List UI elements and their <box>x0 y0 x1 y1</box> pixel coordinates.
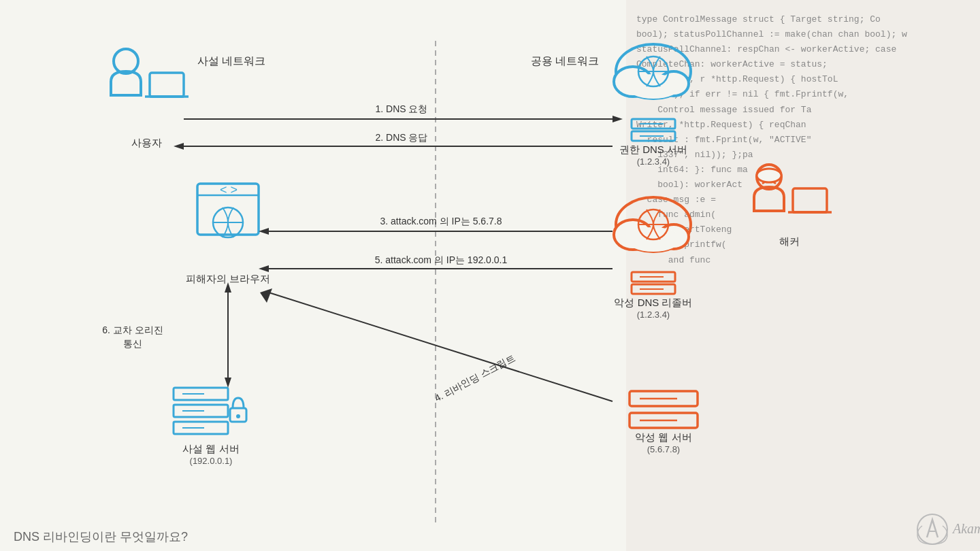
svg-text:5. attack.com 의 IP는 192.0.0.1: 5. attack.com 의 IP는 192.0.0.1 <box>375 254 508 265</box>
svg-text:권한 DNS 서버: 권한 DNS 서버 <box>619 144 687 155</box>
svg-text:악성 DNS 리졸버: 악성 DNS 리졸버 <box>614 297 692 308</box>
svg-text:1. DNS 요청: 1. DNS 요청 <box>375 103 427 114</box>
svg-marker-77 <box>225 378 231 388</box>
svg-marker-67 <box>259 228 269 235</box>
svg-text:(192.0.0.1): (192.0.0.1) <box>190 456 233 466</box>
svg-text:DNS 리바인딩이란 무엇일까요?: DNS 리바인딩이란 무엇일까요? <box>14 530 188 544</box>
svg-text:3. attack.com 의 IP는 5.6.7.8: 3. attack.com 의 IP는 5.6.7.8 <box>380 216 502 227</box>
svg-point-39 <box>757 169 781 182</box>
svg-text:해커: 해커 <box>779 235 800 247</box>
svg-rect-4 <box>150 73 184 97</box>
svg-text:사설 웹 서버: 사설 웹 서버 <box>182 443 239 454</box>
svg-text:2. DNS 응답: 2. DNS 응답 <box>375 132 427 143</box>
svg-point-3 <box>114 49 138 73</box>
svg-text:사설 네트워크: 사설 네트워크 <box>197 55 265 67</box>
svg-text:6. 교차 오리진: 6. 교차 오리진 <box>102 324 163 335</box>
svg-marker-70 <box>259 265 269 272</box>
svg-text:통신: 통신 <box>123 338 142 349</box>
svg-rect-40 <box>793 188 827 212</box>
svg-line-72 <box>269 293 612 401</box>
svg-text:(5.6.7.8): (5.6.7.8) <box>647 444 680 454</box>
svg-text:공용 네트워크: 공용 네트워크 <box>531 55 599 67</box>
svg-text:(1.2.3.4): (1.2.3.4) <box>637 156 670 167</box>
svg-text:사용자: 사용자 <box>131 137 162 148</box>
svg-marker-64 <box>174 143 184 150</box>
svg-text:Akamai: Akamai <box>951 521 980 536</box>
svg-text:4. 리바인딩 스크립트: 4. 리바인딩 스크립트 <box>433 352 517 404</box>
svg-text:< >: < > <box>220 183 238 197</box>
svg-text:악성 웹 서버: 악성 웹 서버 <box>635 431 691 443</box>
svg-marker-73 <box>260 288 272 303</box>
svg-text:(1.2.3.4): (1.2.3.4) <box>637 310 670 320</box>
diagram-svg: 사설 네트워크 공용 네트워크 사용자 권한 DNS 서버 (1.2.3.4) <box>0 0 980 551</box>
svg-point-51 <box>236 414 240 418</box>
svg-marker-61 <box>612 116 623 122</box>
